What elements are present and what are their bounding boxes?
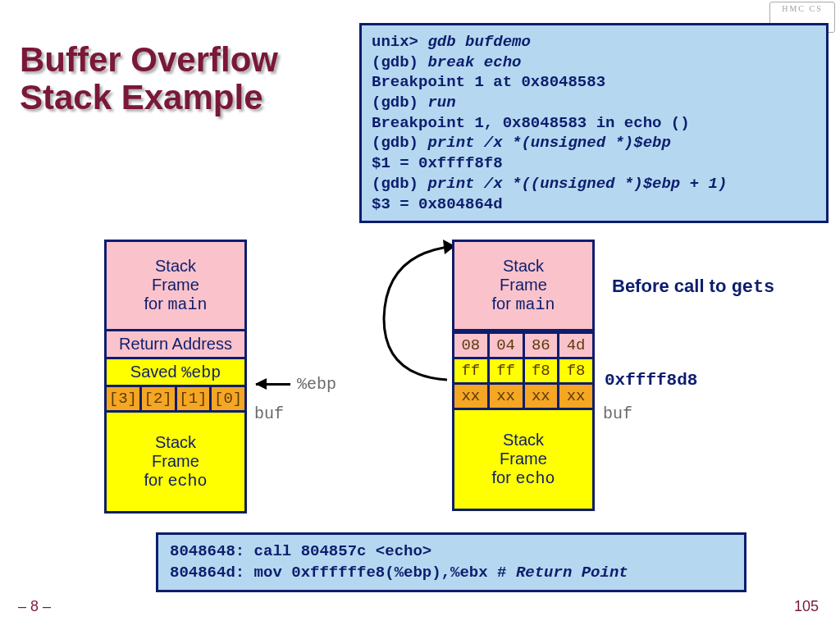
text: Before call to <box>612 276 731 296</box>
text: Stack <box>155 433 196 452</box>
gdb-cmd: break echo <box>427 53 521 71</box>
byte-cell: f8 <box>525 359 560 385</box>
buf-cell: [0] <box>212 387 247 413</box>
slide-title: Buffer Overflow Stack Example <box>20 41 278 116</box>
asm-line: 804864d: mov 0xffffffe8(%ebp),%ebx # <box>170 564 516 582</box>
gdb-prompt: (gdb) <box>372 94 427 112</box>
gdb-prompt: (gdb) <box>372 175 427 193</box>
text: for <box>492 294 516 313</box>
gdb-cmd: print /x *(unsigned *)$ebp <box>427 134 670 152</box>
buf-cell: [2] <box>142 387 177 413</box>
text: Frame <box>152 276 199 294</box>
byte-cell: 86 <box>525 331 560 359</box>
gdb-output: Breakpoint 1, 0x8048583 in echo () <box>372 113 816 134</box>
stack-frame-echo: Stack Frame for echo <box>452 410 595 511</box>
stack-frame-main: Stack Frame for main <box>104 240 247 331</box>
title-line-2: Stack Example <box>20 78 263 116</box>
text: Frame <box>500 450 547 468</box>
buf-bytes: xx xx xx xx <box>452 385 595 410</box>
text: for <box>492 468 516 486</box>
stack-address-label: 0xffff8d8 <box>605 371 697 390</box>
page-footer-right: 105 <box>794 598 819 615</box>
asm-comment: Return Point <box>516 564 628 582</box>
text: Frame <box>500 276 547 294</box>
text: echo <box>167 472 207 491</box>
stack-diagram-right: Stack Frame for main 08 04 86 4d ff ff f… <box>452 240 595 511</box>
ebp-label: %ebp <box>297 375 336 394</box>
byte-cell: f8 <box>559 359 595 385</box>
text: Stack <box>503 257 544 276</box>
gdb-cmd: print /x *((unsigned *)$ebp + 1) <box>427 175 727 193</box>
gdb-prompt: unix> <box>372 33 427 51</box>
before-call-label: Before call to gets <box>612 276 774 298</box>
return-address-cell: Return Address <box>104 331 247 359</box>
stack-diagram-left: Stack Frame for main Return Address Save… <box>104 240 247 514</box>
ebp-pointer-arrow: %ebp <box>256 375 336 394</box>
text: for <box>144 471 168 489</box>
gdb-session-box: unix> gdb bufdemo (gdb) break echo Break… <box>359 23 829 223</box>
text: Stack <box>155 257 196 276</box>
text: Stack <box>503 431 544 450</box>
buf-label-left: buf <box>254 404 284 423</box>
page-footer-left: – 8 – <box>18 598 51 615</box>
text: Frame <box>152 452 199 471</box>
byte-cell: xx <box>525 385 560 410</box>
disassembly-box: 8048648: call 804857c <echo> 804864d: mo… <box>156 532 746 592</box>
buf-row: [3] [2] [1] [0] <box>104 387 247 413</box>
byte-cell: xx <box>452 385 490 410</box>
buf-cell: [3] <box>104 387 142 413</box>
gdb-output: $1 = 0xffff8f8 <box>372 153 816 174</box>
arrow-icon <box>256 383 290 386</box>
return-addr-bytes: 08 04 86 4d <box>452 331 595 359</box>
buf-label-right: buf <box>603 404 632 423</box>
gdb-prompt: (gdb) <box>372 53 427 71</box>
text: for <box>144 294 168 313</box>
byte-cell: 4d <box>559 331 595 359</box>
saved-ebp-cell: Saved %ebp <box>104 359 247 387</box>
buf-cell: [1] <box>177 387 212 413</box>
gdb-prompt: (gdb) <box>372 134 427 152</box>
gdb-output: $3 = 0x804864d <box>372 194 816 215</box>
gdb-cmd: run <box>427 94 455 112</box>
asm-line: 8048648: call 804857c <echo> <box>170 541 733 563</box>
saved-ebp-bytes: ff ff f8 f8 <box>452 359 595 385</box>
text: main <box>167 295 207 314</box>
text: Saved <box>130 363 181 381</box>
stack-frame-main: Stack Frame for main <box>452 240 595 331</box>
gdb-cmd: gdb bufdemo <box>427 33 530 51</box>
text: main <box>515 295 555 314</box>
text: %ebp <box>181 363 221 382</box>
title-line-1: Buffer Overflow <box>20 40 278 79</box>
byte-cell: 04 <box>490 331 525 359</box>
byte-cell: xx <box>490 385 525 410</box>
stack-frame-echo: Stack Frame for echo <box>104 413 247 514</box>
gdb-output: Breakpoint 1 at 0x8048583 <box>372 72 816 93</box>
text: gets <box>731 277 774 298</box>
text: echo <box>515 469 555 488</box>
byte-cell: 08 <box>452 331 490 359</box>
byte-cell: ff <box>452 359 490 385</box>
byte-cell: ff <box>490 359 525 385</box>
byte-cell: xx <box>559 385 595 410</box>
